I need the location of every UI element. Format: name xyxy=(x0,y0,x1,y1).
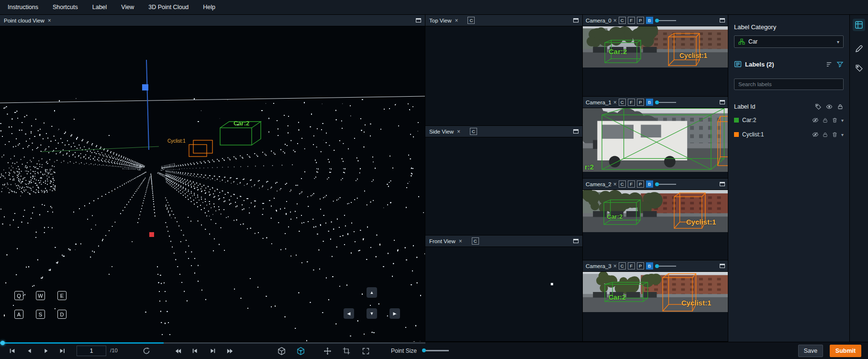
lock-label-icon[interactable] xyxy=(822,132,828,138)
label-row-car[interactable]: Car:2 ▾ xyxy=(734,113,844,127)
p-button[interactable]: P xyxy=(637,180,644,188)
c-button[interactable]: C xyxy=(619,17,626,24)
f-button[interactable]: F xyxy=(628,99,635,106)
camera-toggle-button[interactable]: C xyxy=(470,128,477,135)
close-icon[interactable]: × xyxy=(613,181,617,187)
close-icon[interactable]: × xyxy=(455,18,458,23)
visibility-all-icon[interactable] xyxy=(826,103,833,110)
f-button[interactable]: F xyxy=(628,180,635,188)
camera-zoom-slider[interactable] xyxy=(655,101,676,104)
camera-0-image[interactable] xyxy=(583,26,728,67)
menu-shortcuts[interactable]: Shortcuts xyxy=(53,4,78,11)
maximize-icon[interactable] xyxy=(573,18,579,22)
camera-toggle-button[interactable]: C xyxy=(472,237,479,245)
cuboid-view-button[interactable] xyxy=(276,346,287,356)
close-icon[interactable]: × xyxy=(613,263,617,269)
pan-tool-button[interactable] xyxy=(322,346,333,356)
b-button[interactable]: B xyxy=(646,180,653,188)
edit-icon[interactable] xyxy=(853,43,865,55)
maximize-icon[interactable] xyxy=(573,239,579,243)
seek-handle[interactable] xyxy=(0,341,5,345)
point-size-slider[interactable] xyxy=(422,348,449,352)
p-button[interactable]: P xyxy=(637,262,644,269)
previous-frame-button[interactable] xyxy=(24,346,35,356)
lock-all-icon[interactable] xyxy=(837,103,844,110)
camera-zoom-slider[interactable] xyxy=(655,19,676,22)
rewind-button[interactable] xyxy=(172,346,184,356)
maximize-icon[interactable] xyxy=(416,18,421,22)
hotkey-q[interactable]: Q xyxy=(14,291,23,300)
slider-handle[interactable] xyxy=(655,182,659,186)
front-view-viewport[interactable] xyxy=(425,247,582,342)
slider-handle[interactable] xyxy=(422,348,426,352)
maximize-icon[interactable] xyxy=(720,264,725,268)
hotkey-e[interactable]: E xyxy=(57,291,67,300)
skip-to-first-frame-button[interactable] xyxy=(7,346,18,356)
p-button[interactable]: P xyxy=(637,17,644,24)
delete-label-icon[interactable] xyxy=(832,132,838,138)
hide-label-icon[interactable] xyxy=(812,117,819,123)
menu-view[interactable]: View xyxy=(121,4,134,11)
hotkey-s[interactable]: S xyxy=(36,310,45,319)
p-button[interactable]: P xyxy=(637,99,644,106)
fast-forward-button[interactable] xyxy=(224,346,235,356)
hotkey-d[interactable]: D xyxy=(57,310,67,319)
slider-handle[interactable] xyxy=(655,19,659,22)
f-button[interactable]: F xyxy=(628,262,635,269)
camera-toggle-button[interactable]: C xyxy=(467,17,475,24)
maximize-icon[interactable] xyxy=(720,182,725,186)
side-view-viewport[interactable] xyxy=(425,137,582,236)
menu-label[interactable]: Label xyxy=(92,4,107,11)
label-panel-icon[interactable] xyxy=(853,19,865,31)
point-cloud-viewport[interactable]: Q W E A S D ▲ ◀ ▼ ▶ xyxy=(0,26,425,342)
f-button[interactable]: F xyxy=(628,17,635,24)
frame-input[interactable] xyxy=(77,346,106,356)
slider-handle[interactable] xyxy=(655,264,659,268)
top-view-viewport[interactable] xyxy=(425,26,582,126)
maximize-icon[interactable] xyxy=(720,18,725,22)
step-back-button[interactable] xyxy=(189,346,201,356)
tag-icon[interactable] xyxy=(815,103,822,110)
submit-button[interactable]: Submit xyxy=(830,345,861,357)
b-button[interactable]: B xyxy=(646,262,653,269)
camera-zoom-slider[interactable] xyxy=(655,264,676,268)
c-button[interactable]: C xyxy=(619,180,626,188)
b-button[interactable]: B xyxy=(646,17,653,24)
camera-2-image[interactable] xyxy=(583,190,728,232)
close-icon[interactable]: × xyxy=(457,129,460,135)
c-button[interactable]: C xyxy=(619,262,626,269)
close-icon[interactable]: × xyxy=(613,18,617,23)
expand-label-icon[interactable]: ▾ xyxy=(841,118,844,123)
label-row-cyclist[interactable]: Cyclist:1 ▾ xyxy=(734,127,844,142)
close-icon[interactable]: × xyxy=(613,100,617,105)
camera-3-image[interactable] xyxy=(583,272,728,312)
pan-right-button[interactable]: ▶ xyxy=(389,308,400,319)
lock-label-icon[interactable] xyxy=(822,117,828,123)
pan-down-button[interactable]: ▼ xyxy=(367,308,377,319)
cuboid-points-view-button[interactable] xyxy=(295,346,306,356)
menu-instructions[interactable]: Instructions xyxy=(8,4,38,11)
fullscreen-button[interactable] xyxy=(360,346,371,356)
close-icon[interactable]: × xyxy=(48,18,51,23)
filter-icon[interactable] xyxy=(836,61,844,68)
c-button[interactable]: C xyxy=(619,99,626,106)
step-forward-button[interactable] xyxy=(207,346,218,356)
hotkey-a[interactable]: A xyxy=(14,310,23,319)
pan-up-button[interactable]: ▲ xyxy=(367,287,377,298)
hide-label-icon[interactable] xyxy=(812,131,819,138)
save-button[interactable]: Save xyxy=(798,345,823,357)
close-icon[interactable]: × xyxy=(459,238,462,244)
expand-label-icon[interactable]: ▾ xyxy=(841,132,844,137)
frame-seek-bar[interactable] xyxy=(0,342,425,344)
camera-zoom-slider[interactable] xyxy=(655,182,676,186)
category-dropdown[interactable]: Car ▾ xyxy=(734,35,844,48)
next-frame-button[interactable] xyxy=(56,346,68,356)
maximize-icon[interactable] xyxy=(573,129,579,134)
sort-icon[interactable] xyxy=(826,61,833,68)
slider-handle[interactable] xyxy=(655,101,659,104)
menu-help[interactable]: Help xyxy=(203,4,215,11)
maximize-icon[interactable] xyxy=(720,100,725,104)
menu-3d-point-cloud[interactable]: 3D Point Cloud xyxy=(148,4,189,11)
play-button[interactable] xyxy=(40,346,52,356)
camera-1-image[interactable] xyxy=(583,108,728,172)
